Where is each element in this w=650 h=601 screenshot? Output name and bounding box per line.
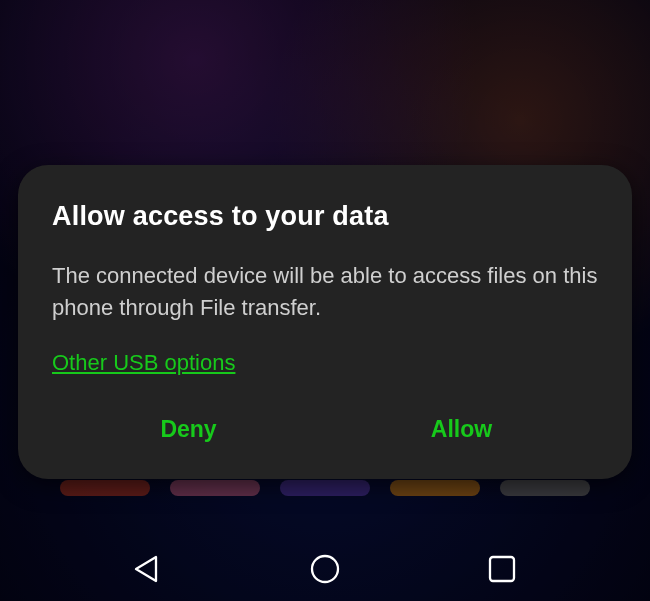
deny-button[interactable]: Deny (52, 404, 325, 459)
system-nav-bar (0, 537, 650, 601)
dialog-actions: Deny Allow (52, 404, 598, 459)
home-button[interactable] (303, 547, 347, 591)
recents-button[interactable] (480, 547, 524, 591)
svg-rect-2 (490, 557, 514, 581)
back-triangle-icon (126, 547, 170, 591)
home-circle-icon (303, 547, 347, 591)
recents-square-icon (480, 547, 524, 591)
other-usb-options-link[interactable]: Other USB options (52, 350, 235, 376)
svg-point-1 (312, 556, 338, 582)
allow-button[interactable]: Allow (325, 404, 598, 459)
back-button[interactable] (126, 547, 170, 591)
svg-marker-0 (136, 557, 156, 581)
home-screen: Allow access to your data The connected … (0, 0, 650, 601)
usb-access-dialog: Allow access to your data The connected … (18, 165, 632, 479)
dialog-body-text: The connected device will be able to acc… (52, 260, 598, 324)
dialog-title: Allow access to your data (52, 201, 598, 232)
